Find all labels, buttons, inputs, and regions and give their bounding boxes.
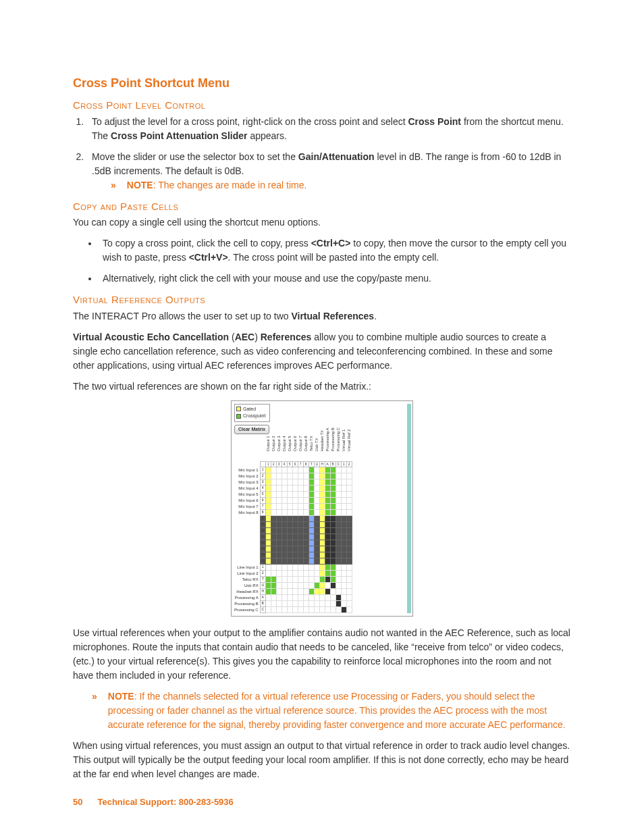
copy-paste-intro: You can copy a single cell using the sho… <box>73 215 571 230</box>
crosspoint-swatch-icon <box>236 414 241 419</box>
level-control-steps: To adjust the level for a cross point, r… <box>86 115 571 192</box>
step-1: To adjust the level for a cross point, r… <box>86 115 571 143</box>
note-realtime: » NOTE: The changes are made in real tim… <box>111 178 571 192</box>
vref-p2: Virtual Acoustic Echo Cancellation (AEC)… <box>73 330 571 373</box>
matrix-grid: Output 1Output 2Output 3Output 4Output 5… <box>234 437 352 613</box>
vref-p1: The INTERACT Pro allows the user to set … <box>73 309 571 323</box>
gated-swatch-icon <box>236 407 241 411</box>
matrix-figure: Gated Crosspoint Clear Matrix Output 1Ou… <box>73 400 571 617</box>
step-2: Move the slider or use the selector box … <box>86 150 571 192</box>
section-heading-level-control: Cross Point Level Control <box>73 98 571 113</box>
page-number: 50 <box>73 796 82 809</box>
page-title: Cross Point Shortcut Menu <box>73 74 571 93</box>
note-marker-icon: » <box>111 178 116 192</box>
vref-p4: Use virtual references when your output … <box>73 626 571 683</box>
vref-p3: The two virtual references are shown on … <box>73 380 571 394</box>
copy-paste-list: To copy a cross point, click the cell to… <box>99 236 571 286</box>
note-marker-icon: » <box>92 689 97 732</box>
virtual-ref-highlight <box>407 404 411 614</box>
matrix-legend: Gated Crosspoint <box>234 404 270 422</box>
clear-matrix-button[interactable]: Clear Matrix <box>234 425 269 435</box>
page-footer: 50 Technical Support: 800-283-5936 <box>73 796 234 809</box>
copy-paste-item-1: To copy a cross point, click the cell to… <box>99 236 571 265</box>
section-heading-virtual-ref: Virtual Reference Outputs <box>73 292 571 308</box>
note-processing: » NOTE: If the channels selected for a v… <box>92 689 571 732</box>
copy-paste-item-2: Alternatively, right click the cell with… <box>99 271 571 286</box>
section-heading-copy-paste: Copy and Paste Cells <box>73 199 571 215</box>
tech-support: Technical Support: 800-283-5936 <box>97 796 233 809</box>
vref-p5: When using virtual references, you must … <box>73 739 571 781</box>
